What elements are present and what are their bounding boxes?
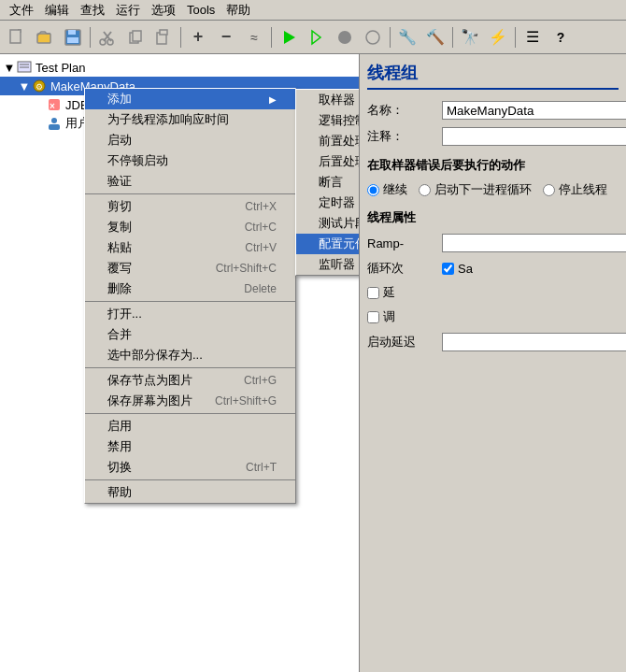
svg-point-16 [366,31,379,44]
toolbar-sep-2 [180,27,181,48]
svg-rect-4 [67,37,78,43]
toolbar-tools2[interactable]: 🔨 [422,24,448,50]
toolbar-add[interactable]: + [185,24,211,50]
ramp-input[interactable] [442,234,626,252]
menu-tools[interactable]: Tools [181,1,221,19]
menubar: 文件 编辑 查找 运行 选项 Tools 帮助 [0,0,626,21]
menu-file[interactable]: 文件 [4,0,39,21]
ctx-menu-item-save-node-img[interactable]: 保存节点为图片 Ctrl+G [85,370,295,391]
comment-input[interactable] [442,127,626,146]
toolbar-start2[interactable] [304,24,330,50]
ctx-l2-assert[interactable]: 断言 ▶ [296,172,360,193]
ctx-menu-item-enable[interactable]: 启用 [85,416,295,436]
toolbar-sep-4 [390,27,391,48]
ctx-l2-sampler[interactable]: 取样器 ▶ [296,90,360,110]
ctx-menu-item-verify[interactable]: 验证 [85,171,295,192]
svg-rect-25 [49,124,60,130]
ctx-menu-l2-box: 取样器 ▶ 逻辑控制器 ▶ 前置处理器 ▶ 后置处理器 [295,89,360,276]
ctx-menu-item-addtime[interactable]: 为子线程添加响应时间 [85,109,295,130]
menu-find[interactable]: 查找 [75,0,110,21]
ctx-menu-item-startno[interactable]: 不停顿启动 [85,150,295,171]
toolbar-paste[interactable] [150,24,177,50]
ctx-l2-config[interactable]: 配置元件 ▶ [296,234,360,254]
toolbar-start[interactable] [276,24,302,50]
toolbar-remove[interactable]: − [213,24,239,50]
ctx-menu-item-toggle[interactable]: 切换 Ctrl+T [85,457,295,478]
toolbar-copy[interactable] [122,24,149,50]
radio-continue[interactable]: 继续 [367,181,407,198]
menu-edit[interactable]: 编辑 [39,0,75,21]
ctx-menu-item-help[interactable]: 帮助 [85,482,295,503]
tree-label-testplan: Test Plan [36,61,85,75]
ctx-l2-timer[interactable]: 定时器 ▶ [296,193,360,213]
toolbar-help[interactable]: ? [548,24,574,50]
svg-point-7 [100,39,106,45]
ctx-l2-testfrag[interactable]: 测试片段 ▶ [296,213,360,234]
ctx-l2-postproc[interactable]: 后置处理器 ▶ [296,151,360,172]
ctx-l2-preproc[interactable]: 前置处理器 ▶ [296,131,360,151]
ctx-menu-item-cut[interactable]: 剪切 Ctrl+X [85,196,295,217]
main-layout: ▼ Test Plan ▼ ⚙ MakeManyData ▶ × [0,54,626,672]
name-label: 名称： [367,102,442,119]
right-panel: 线程组 名称： 注释： 在取样器错误后要执行的动作 继续 启动下一进程循环 停止… [360,54,626,672]
ctx-menu-item-save-selection[interactable]: 选中部分保存为... [85,345,295,365]
name-row: 名称： [367,101,619,120]
ctx-menu-item-start[interactable]: 启动 [85,130,295,150]
toolbar: + − ≈ 🔧 🔨 🔭 ⚡ ☰ ? [0,21,626,54]
ctx-l2-listener[interactable]: 监听器 ▶ [296,254,360,275]
tree-item-testplan[interactable]: ▼ Test Plan [0,58,359,77]
uservar-icon [47,116,62,131]
toolbar-clear[interactable]: ≈ [241,24,267,50]
toolbar-cut[interactable] [94,24,121,50]
toolbar-open[interactable] [32,24,58,50]
expand-icon-testplan[interactable]: ▼ [4,62,15,73]
sa-check[interactable]: Sa [442,262,473,276]
svg-rect-3 [68,30,76,35]
ctx-menu-item-disable[interactable]: 禁用 [85,436,295,457]
arrow-add: ▶ [269,94,277,105]
loop-row: 循环次 Sa [367,260,619,277]
toolbar-sep-1 [90,27,91,48]
makemanydata-icon: ⚙ [32,79,47,93]
jdbc-icon: × [47,97,62,112]
toolbar-flash[interactable]: ⚡ [485,24,511,50]
comment-row: 注释： [367,127,619,146]
ctx-menu-item-copy[interactable]: 复制 Ctrl+C [85,217,295,237]
ctx-l2-logic[interactable]: 逻辑控制器 ▶ [296,110,360,131]
svg-rect-10 [133,31,141,41]
menu-help[interactable]: 帮助 [221,0,256,21]
name-input[interactable] [442,101,626,120]
properties-title: 线程属性 [367,209,619,226]
delay-check[interactable]: 延 [367,284,395,301]
delay-row: 延 [367,284,619,301]
ctx-menu-item-save-screen-img[interactable]: 保存屏幕为图片 Ctrl+Shift+G [85,391,295,411]
toolbar-tools1[interactable]: 🔧 [394,24,420,50]
ctx-menu-l1-box: 添加 ▶ 为子线程添加响应时间 启动 不停顿启动 验证 剪切 [84,88,296,504]
ctx-menu-item-delete[interactable]: 删除 Delete [85,279,295,299]
toolbar-sep-6 [515,27,516,48]
shortcut-toggle: Ctrl+T [246,461,277,474]
shortcut-save-screen: Ctrl+Shift+G [215,394,277,407]
startup-input[interactable] [442,333,626,351]
adjust-check[interactable]: 调 [367,308,395,325]
radio-next-loop[interactable]: 启动下一进程循环 [419,181,532,198]
ctx-menu-item-paste[interactable]: 粘贴 Ctrl+V [85,237,295,258]
panel-title: 线程组 [367,62,619,90]
toolbar-stop1[interactable] [332,24,358,50]
ctx-menu-item-add[interactable]: 添加 ▶ [85,89,295,109]
toolbar-new[interactable] [4,24,30,50]
toolbar-stop2[interactable] [360,24,386,50]
svg-rect-1 [37,34,50,43]
menu-run[interactable]: 运行 [110,0,146,21]
menu-options[interactable]: 选项 [146,0,181,21]
toolbar-list[interactable]: ☰ [519,24,546,50]
ctx-menu-item-open[interactable]: 打开... [85,304,295,324]
ctx-menu-item-merge[interactable]: 合并 [85,324,295,345]
radio-stop-thread[interactable]: 停止线程 [543,181,607,198]
ctx-menu-item-overwrite[interactable]: 覆写 Ctrl+Shift+C [85,258,295,279]
expand-icon-makemanydata[interactable]: ▼ [19,80,30,92]
toolbar-binoculars[interactable]: 🔭 [457,24,483,50]
shortcut-paste: Ctrl+V [245,241,277,254]
svg-text:⚙: ⚙ [36,82,43,92]
toolbar-save[interactable] [60,24,86,50]
